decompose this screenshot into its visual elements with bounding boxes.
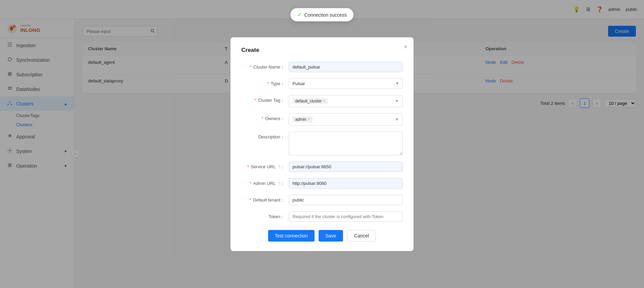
form-label-type: * Type： <box>241 78 289 87</box>
owner-tag-remove-icon[interactable]: × <box>308 117 310 121</box>
form-row-cluster-name: * Cluster Name： <box>241 62 403 72</box>
label-text-default-tenant: Default tenant： <box>253 197 285 203</box>
form-label-cluster-name: * Cluster Name： <box>241 62 289 70</box>
cluster-tag-input[interactable]: default_cluster × ▼ <box>289 95 403 107</box>
form-row-token: Token： <box>241 211 403 222</box>
toast-notification: ✓ Connection success <box>290 8 354 21</box>
default-tenant-input[interactable] <box>289 195 403 205</box>
service-url-input[interactable] <box>289 161 403 172</box>
modal-footer: Test connection Save Cancel <box>241 230 403 242</box>
description-textarea[interactable] <box>289 132 403 155</box>
required-star-owners: * <box>262 116 263 121</box>
form-label-description: Description： <box>241 132 289 140</box>
required-star-type: * <box>267 81 269 86</box>
admin-url-input[interactable] <box>289 178 403 189</box>
toast-check-icon: ✓ <box>297 12 302 18</box>
save-button[interactable]: Save <box>319 230 343 242</box>
owners-input[interactable]: admin × ▼ <box>289 113 403 126</box>
form-label-admin-url: * Admin URL ?： <box>241 178 289 187</box>
owners-dropdown-icon: ▼ <box>395 117 399 122</box>
admin-url-hint-icon[interactable]: ? <box>278 181 280 186</box>
form-row-description: Description： <box>241 132 403 155</box>
cluster-tag-dropdown-icon: ▼ <box>395 99 399 103</box>
label-text-token: Token： <box>268 214 285 219</box>
label-text-service-url: Service URL <box>251 164 275 169</box>
toast-message: Connection success <box>304 12 347 18</box>
create-modal: Create × * Cluster Name： * Type： Pulsar … <box>230 37 414 251</box>
type-select[interactable]: Pulsar <box>289 78 403 89</box>
label-text-cluster-name: Cluster Name： <box>254 64 285 70</box>
tag-remove-icon[interactable]: × <box>323 99 325 103</box>
modal-title: Create <box>241 47 403 54</box>
owner-tag-label: admin <box>295 117 306 122</box>
modal-overlay[interactable]: Create × * Cluster Name： * Type： Pulsar … <box>0 0 644 288</box>
label-text-type: Type： <box>271 81 285 86</box>
label-text-admin-url: Admin URL <box>253 181 276 186</box>
form-label-token: Token： <box>241 211 289 220</box>
form-row-cluster-tag: * Cluster Tag： default_cluster × ▼ <box>241 95 403 107</box>
service-url-hint-icon[interactable]: ? <box>278 165 280 169</box>
label-text-cluster-tag: Cluster Tag： <box>258 98 285 103</box>
form-row-default-tenant: * Default tenant： <box>241 195 403 205</box>
cluster-name-input[interactable] <box>289 62 403 72</box>
form-label-service-url: * Service URL ?： <box>241 161 289 170</box>
cluster-tag-item: default_cluster × <box>293 98 328 104</box>
owner-tag-item: admin × <box>293 116 313 122</box>
tag-label: default_cluster <box>295 99 322 103</box>
form-row-type: * Type： Pulsar ▼ <box>241 78 403 89</box>
form-label-owners: * Owners： <box>241 113 289 122</box>
form-label-cluster-tag: * Cluster Tag： <box>241 95 289 103</box>
form-label-default-tenant: * Default tenant： <box>241 195 289 203</box>
type-select-wrap: Pulsar ▼ <box>289 78 403 89</box>
required-star-tag: * <box>255 98 256 103</box>
required-star-tenant: * <box>249 197 251 203</box>
form-row-admin-url: * Admin URL ?： <box>241 178 403 189</box>
label-text-owners: Owners： <box>265 116 285 121</box>
label-text-description: Description： <box>258 134 285 139</box>
required-star: * <box>250 64 251 70</box>
form-row-owners: * Owners： admin × ▼ <box>241 113 403 126</box>
required-star-admin-url: * <box>250 181 251 186</box>
token-input[interactable] <box>289 211 403 222</box>
cancel-button[interactable]: Cancel <box>347 230 376 242</box>
required-star-service-url: * <box>247 164 249 169</box>
test-connection-button[interactable]: Test connection <box>268 230 315 242</box>
form-row-service-url: * Service URL ?： <box>241 161 403 172</box>
modal-close-button[interactable]: × <box>404 43 407 51</box>
